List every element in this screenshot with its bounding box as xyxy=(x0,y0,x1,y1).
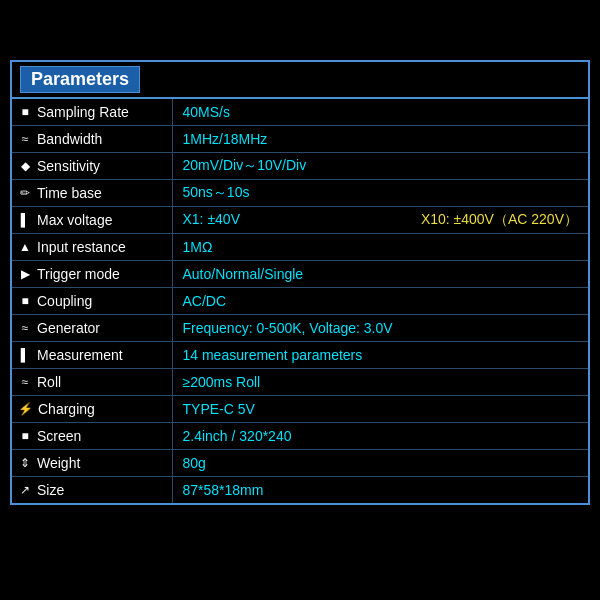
table-row: ≈Roll≥200ms Roll xyxy=(12,369,588,396)
param-value-cell: 80g xyxy=(172,450,588,477)
param-value-primary: X1: ±40V xyxy=(183,211,241,229)
param-name-cell: ⇕Weight xyxy=(12,450,172,477)
table-row: ▌Measurement14 measurement parameters xyxy=(12,342,588,369)
parameters-section: Parameters ■Sampling Rate40MS/s≈Bandwidt… xyxy=(10,60,590,505)
param-value-cell: 20mV/Div～10V/Div xyxy=(172,153,588,180)
param-label: Charging xyxy=(38,401,95,417)
param-value-cell: Frequency: 0-500K, Voltage: 3.0V xyxy=(172,315,588,342)
param-name-cell: ■Screen xyxy=(12,423,172,450)
param-icon: ▌ xyxy=(18,213,32,227)
param-name-cell: ■Sampling Rate xyxy=(12,99,172,126)
param-label: Roll xyxy=(37,374,61,390)
param-icon: ≈ xyxy=(18,321,32,335)
param-icon: ■ xyxy=(18,105,32,119)
param-icon: ▶ xyxy=(18,267,32,281)
param-value-cell: TYPE-C 5V xyxy=(172,396,588,423)
table-row: ≈GeneratorFrequency: 0-500K, Voltage: 3.… xyxy=(12,315,588,342)
table-row: ■CouplingAC/DC xyxy=(12,288,588,315)
param-name-cell: ⚡Charging xyxy=(12,396,172,423)
param-label: Size xyxy=(37,482,64,498)
table-row: ▌Max voltageX1: ±40VX10: ±400V（AC 220V） xyxy=(12,207,588,234)
param-value-cell: AC/DC xyxy=(172,288,588,315)
param-name-cell: ≈Roll xyxy=(12,369,172,396)
parameters-title: Parameters xyxy=(20,66,140,93)
param-value-extra: X10: ±400V（AC 220V） xyxy=(421,211,578,229)
param-value-cell: Auto/Normal/Single xyxy=(172,261,588,288)
param-label: Max voltage xyxy=(37,212,112,228)
param-value-cell: 2.4inch / 320*240 xyxy=(172,423,588,450)
param-icon: ≈ xyxy=(18,375,32,389)
param-name-cell: ■Coupling xyxy=(12,288,172,315)
param-name-cell: ▶Trigger mode xyxy=(12,261,172,288)
param-value-cell: 1MHz/18MHz xyxy=(172,126,588,153)
param-name-cell: ◆Sensitivity xyxy=(12,153,172,180)
param-label: Bandwidth xyxy=(37,131,102,147)
table-row: ↗Size87*58*18mm xyxy=(12,477,588,504)
param-value-cell: 87*58*18mm xyxy=(172,477,588,504)
param-label: Trigger mode xyxy=(37,266,120,282)
param-name-cell: ▲Input restance xyxy=(12,234,172,261)
param-icon: ■ xyxy=(18,429,32,443)
param-icon: ↗ xyxy=(18,483,32,497)
param-label: Measurement xyxy=(37,347,123,363)
param-label: Sampling Rate xyxy=(37,104,129,120)
param-label: Screen xyxy=(37,428,81,444)
param-label: Time base xyxy=(37,185,102,201)
table-row: ⚡ChargingTYPE-C 5V xyxy=(12,396,588,423)
param-icon: ⚡ xyxy=(18,402,33,416)
param-icon: ▲ xyxy=(18,240,32,254)
param-name-cell: ✏Time base xyxy=(12,180,172,207)
param-icon: ■ xyxy=(18,294,32,308)
param-label: Sensitivity xyxy=(37,158,100,174)
param-label: Coupling xyxy=(37,293,92,309)
param-value-cell: 14 measurement parameters xyxy=(172,342,588,369)
param-value-cell: X1: ±40VX10: ±400V（AC 220V） xyxy=(173,207,589,233)
param-value-cell: 1MΩ xyxy=(172,234,588,261)
param-value-cell: ≥200ms Roll xyxy=(172,369,588,396)
param-name-cell: ▌Max voltage xyxy=(12,207,172,234)
table-row: ⇕Weight80g xyxy=(12,450,588,477)
params-table: ■Sampling Rate40MS/s≈Bandwidth1MHz/18MHz… xyxy=(12,99,588,503)
param-name-cell: ≈Generator xyxy=(12,315,172,342)
table-row: ▶Trigger modeAuto/Normal/Single xyxy=(12,261,588,288)
param-label: Weight xyxy=(37,455,80,471)
param-label: Generator xyxy=(37,320,100,336)
table-row: ≈Bandwidth1MHz/18MHz xyxy=(12,126,588,153)
param-label: Input restance xyxy=(37,239,126,255)
table-row: ▲Input restance1MΩ xyxy=(12,234,588,261)
param-icon: ▌ xyxy=(18,348,32,362)
param-icon: ◆ xyxy=(18,159,32,173)
parameters-header: Parameters xyxy=(12,62,588,99)
param-name-cell: ▌Measurement xyxy=(12,342,172,369)
param-value-cell: 40MS/s xyxy=(172,99,588,126)
table-row: ■Screen2.4inch / 320*240 xyxy=(12,423,588,450)
param-icon: ≈ xyxy=(18,132,32,146)
table-row: ■Sampling Rate40MS/s xyxy=(12,99,588,126)
table-row: ✏Time base50ns～10s xyxy=(12,180,588,207)
param-value-cell: 50ns～10s xyxy=(172,180,588,207)
param-name-cell: ↗Size xyxy=(12,477,172,504)
param-icon: ✏ xyxy=(18,186,32,200)
param-name-cell: ≈Bandwidth xyxy=(12,126,172,153)
param-icon: ⇕ xyxy=(18,456,32,470)
table-row: ◆Sensitivity20mV/Div～10V/Div xyxy=(12,153,588,180)
